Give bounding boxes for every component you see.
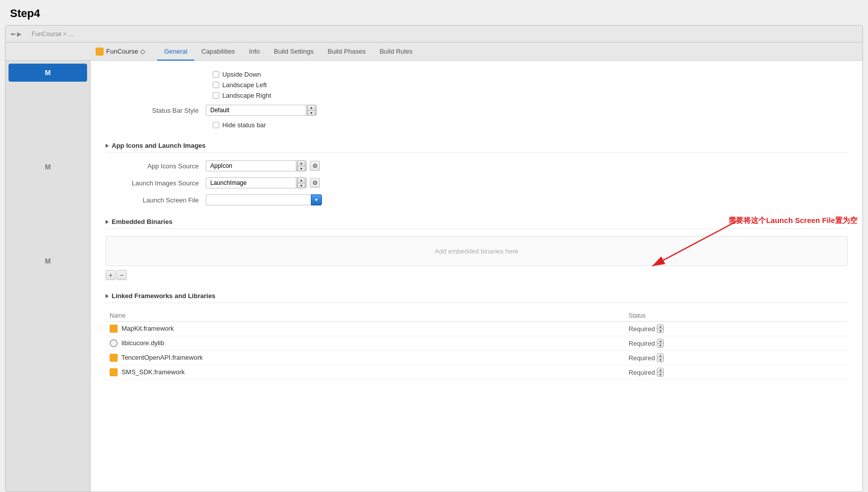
launch-images-source-label: Launch Images Source — [106, 179, 206, 187]
checkbox-hide-status-bar-label: Hide status bar — [222, 121, 266, 129]
sidebar: M M M — [6, 61, 91, 491]
sidebar-item-m-blue[interactable]: M — [9, 64, 87, 82]
app-icons-source-row: App Icons Source ▲ ▼ ⚙ — [106, 160, 847, 172]
fw-icon-4 — [110, 368, 118, 376]
embedded-binaries-area: Add embedded binaries here — [106, 236, 847, 266]
col-name: Name — [106, 310, 625, 322]
chevron-down-icon: ▼ — [314, 197, 319, 202]
sidebar-item-m-gray-2[interactable]: M — [9, 252, 87, 270]
checkbox-landscape-right[interactable]: Landscape Right — [213, 92, 847, 99]
linked-triangle-icon — [106, 294, 109, 298]
app-icons-header: App Icons and Launch Images — [106, 142, 847, 153]
stepper-up-6[interactable]: ▲ — [657, 354, 663, 358]
checkbox-hide-status-bar[interactable]: Hide status bar — [213, 121, 847, 129]
project-selector[interactable]: FunCourse ◇ — [96, 48, 145, 56]
checkbox-upside-down[interactable]: Upside Down — [213, 71, 847, 78]
stepper-up-7[interactable]: ▲ — [657, 368, 663, 373]
launch-images-stepper[interactable]: ▲ ▼ — [297, 177, 305, 188]
content-area: Upside Down Landscape Left Landscape Rig… — [91, 61, 862, 491]
app-icons-source-stepper-btn[interactable]: ▲ ▼ — [296, 160, 307, 171]
embedded-binaries-section: Embedded Binaries Add embedded binaries … — [106, 218, 847, 280]
stepper-down-7[interactable]: ▼ — [657, 373, 663, 377]
stepper-up-5[interactable]: ▲ — [657, 339, 663, 344]
project-name: FunCourse ◇ — [106, 48, 145, 55]
page-title: Step4 — [0, 0, 868, 25]
status-bar-style-dropdown[interactable]: ▲ ▼ — [206, 105, 317, 116]
tab-info[interactable]: Info — [242, 43, 267, 61]
status-stepper-2[interactable]: ▲ ▼ — [657, 339, 664, 348]
fw-icon-1 — [110, 325, 118, 333]
launch-screen-file-control: ▼ — [206, 194, 322, 205]
launch-screen-file-input[interactable] — [206, 194, 311, 205]
fw-name-4: SMS_SDK.framework — [106, 365, 625, 380]
add-binary-btn[interactable]: + — [106, 270, 116, 280]
status-stepper-1[interactable]: ▲ ▼ — [657, 324, 664, 333]
remove-binary-btn[interactable]: − — [117, 270, 127, 280]
app-icons-source-label: App Icons Source — [106, 162, 206, 170]
app-icons-source-dropdown[interactable]: ▲ ▼ — [206, 160, 307, 171]
col-status: Status — [625, 310, 847, 322]
tab-build-settings[interactable]: Build Settings — [267, 43, 321, 61]
stepper-down-4[interactable]: ▼ — [657, 329, 663, 333]
tab-build-rules[interactable]: Build Rules — [372, 43, 419, 61]
launch-images-source-stepper-btn[interactable]: ▲ ▼ — [296, 177, 307, 188]
app-icons-gear-btn[interactable]: ⚙ — [310, 161, 320, 171]
table-row: libicucore.dylib Required ▲ ▼ — [106, 336, 847, 351]
orientation-section: Upside Down Landscape Left Landscape Rig… — [106, 71, 847, 129]
fw-status-4: Required ▲ ▼ — [625, 365, 847, 380]
fw-icon-shield — [110, 339, 118, 347]
linked-frameworks-header: Linked Frameworks and Libraries — [106, 292, 847, 303]
embedded-binaries-header: Embedded Binaries — [106, 218, 847, 229]
status-bar-style-label: Status Bar Style — [106, 107, 206, 114]
tab-build-phases[interactable]: Build Phases — [321, 43, 373, 61]
frameworks-table: Name Status MapKit.framework — [106, 310, 847, 380]
table-row: MapKit.framework Required ▲ ▼ — [106, 322, 847, 336]
fw-status-2: Required ▲ ▼ — [625, 336, 847, 351]
stepper-up-3[interactable]: ▲ — [298, 178, 305, 183]
sidebar-item-m-gray-1[interactable]: M — [9, 158, 87, 176]
stepper-up-2[interactable]: ▲ — [298, 161, 305, 166]
linked-frameworks-title: Linked Frameworks and Libraries — [112, 292, 215, 300]
checkbox-landscape-right-box[interactable] — [213, 92, 219, 99]
app-icons-section: App Icons and Launch Images App Icons So… — [106, 142, 847, 206]
launch-images-source-row: Launch Images Source ▲ ▼ ⚙ — [106, 177, 847, 189]
table-row: TencentOpenAPI.framework Required ▲ ▼ — [106, 351, 847, 365]
status-bar-style-input[interactable] — [206, 105, 306, 116]
launch-images-source-input[interactable] — [206, 177, 296, 188]
checkbox-landscape-left[interactable]: Landscape Left — [213, 81, 847, 89]
status-stepper-3[interactable]: ▲ ▼ — [657, 353, 664, 362]
checkbox-upside-down-box[interactable] — [213, 71, 219, 78]
tab-bar: FunCourse ◇ General Capabilities Info Bu… — [6, 43, 862, 61]
stepper-down-5[interactable]: ▼ — [657, 344, 663, 348]
stepper-down-3[interactable]: ▼ — [298, 183, 305, 188]
fw-name-2: libicucore.dylib — [106, 336, 625, 351]
stepper-down-2[interactable]: ▼ — [298, 166, 305, 171]
stepper-down-6[interactable]: ▼ — [657, 358, 663, 362]
stepper-up-4[interactable]: ▲ — [657, 325, 663, 329]
launch-images-source-dropdown[interactable]: ▲ ▼ — [206, 177, 307, 188]
launch-screen-dropdown[interactable]: ▼ — [206, 194, 322, 205]
checkbox-landscape-left-box[interactable] — [213, 82, 219, 88]
app-icons-source-stepper[interactable]: ▲ ▼ — [297, 160, 305, 171]
embedded-triangle-icon — [106, 220, 109, 224]
app-icons-source-control: ▲ ▼ ⚙ — [206, 160, 320, 171]
project-icon — [96, 48, 104, 56]
section-triangle-icon — [106, 144, 109, 148]
checkbox-landscape-left-label: Landscape Left — [222, 81, 267, 89]
status-bar-style-btn[interactable]: ▲ ▼ — [306, 105, 317, 116]
launch-screen-dropdown-btn[interactable]: ▼ — [311, 194, 322, 205]
tab-general[interactable]: General — [157, 43, 194, 61]
checkbox-hide-status-bar-box[interactable] — [213, 122, 219, 128]
tab-capabilities[interactable]: Capabilities — [194, 43, 242, 61]
fw-status-1: Required ▲ ▼ — [625, 322, 847, 336]
fw-icon-3 — [110, 354, 118, 362]
fw-name-3: TencentOpenAPI.framework — [106, 351, 625, 365]
launch-images-gear-btn[interactable]: ⚙ — [310, 178, 320, 188]
stepper-up[interactable]: ▲ — [308, 105, 315, 111]
status-stepper-4[interactable]: ▲ ▼ — [657, 368, 664, 377]
status-bar-style-stepper[interactable]: ▲ ▼ — [307, 105, 315, 116]
stepper-down[interactable]: ▼ — [308, 111, 315, 116]
add-remove-btns: + − — [106, 270, 847, 280]
fw-name-1: MapKit.framework — [106, 322, 625, 336]
app-icons-source-input[interactable] — [206, 160, 296, 171]
